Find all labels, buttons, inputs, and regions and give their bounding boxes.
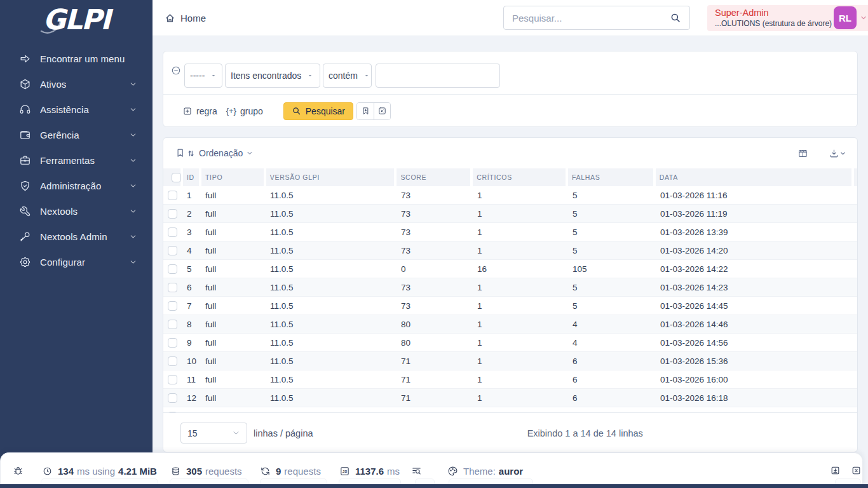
cell: 5 — [569, 223, 654, 241]
row-checkbox[interactable] — [168, 191, 177, 200]
key-icon — [19, 231, 31, 243]
cell: 71 — [397, 389, 471, 407]
cell: 1 — [183, 186, 199, 204]
add-rule-button[interactable]: regra — [182, 106, 217, 116]
sidebar-item-find-menu[interactable]: Encontrar um menu — [0, 46, 153, 71]
close-square-icon[interactable] — [851, 465, 862, 476]
column-header[interactable]: VERSÃO GLPI — [266, 168, 395, 186]
bug-icon[interactable] — [13, 465, 24, 476]
php-time-metric[interactable]: 134ms using4.21 MiB — [42, 465, 157, 477]
bookmark-icon[interactable] — [175, 147, 186, 158]
minus-circle-icon[interactable] — [171, 65, 181, 76]
sidebar-item-assistencia[interactable]: Assistência — [0, 97, 153, 122]
cell: 01-03-2026 14:45 — [656, 297, 853, 315]
row-checkbox[interactable] — [168, 338, 177, 348]
column-header[interactable]: ID — [183, 168, 199, 186]
clock-icon — [42, 466, 53, 477]
pagination-summary: Exibindo 1 a 14 de 14 linhas — [313, 428, 857, 438]
row-checkbox[interactable] — [168, 301, 177, 311]
table-row[interactable]: 1full11.0.5731501-03-2026 11:16 — [163, 186, 857, 205]
row-checkbox[interactable] — [168, 246, 177, 255]
row-checkbox[interactable] — [168, 264, 177, 274]
cell: 1 — [473, 205, 566, 222]
row-checkbox[interactable] — [168, 320, 177, 329]
table-row[interactable] — [163, 407, 857, 412]
download-square-icon[interactable] — [830, 465, 841, 476]
cell: 5 — [569, 241, 654, 259]
table-row[interactable]: 8full11.0.5801401-03-2026 14:46 — [163, 315, 857, 334]
theme-metric[interactable]: Theme:auror — [447, 465, 523, 477]
cell: 11 — [183, 370, 199, 388]
add-group-button[interactable]: {+}grupo — [226, 106, 263, 116]
table-row[interactable]: 11full11.0.5711601-03-2026 16:00 — [163, 370, 857, 389]
glpi-logo[interactable]: GLPI — [0, 0, 153, 39]
search-icon[interactable] — [670, 12, 681, 24]
criteria-operator-select[interactable]: contém — [323, 64, 372, 88]
criteria-item-select[interactable]: Itens encontrados — [225, 64, 320, 88]
sidebar-item-administracao[interactable]: Administração — [0, 173, 153, 198]
sidebar-item-configurar[interactable]: Configurar — [0, 249, 153, 274]
table-row[interactable]: 4full11.0.5731501-03-2026 14:20 — [163, 241, 857, 260]
column-header[interactable]: SCORE — [397, 168, 470, 186]
criteria-field-select[interactable]: ----- — [184, 64, 222, 88]
table-row[interactable]: 5full11.0.501610501-03-2026 14:22 — [163, 260, 857, 278]
sidebar-item-nextools-admin[interactable]: Nextools Admin — [0, 224, 153, 249]
table-row[interactable]: 7full11.0.5731501-03-2026 14:45 — [163, 297, 857, 315]
column-header[interactable]: CRÍTICOS — [473, 168, 566, 186]
page-size-select[interactable]: 15 — [180, 423, 247, 444]
row-checkbox[interactable] — [168, 209, 177, 219]
breadcrumb[interactable]: Home — [164, 0, 206, 36]
column-header[interactable]: FALHAS — [568, 168, 653, 186]
ajax-requests-metric[interactable]: 9requests — [260, 465, 321, 477]
row-checkbox-cell — [163, 389, 180, 407]
cell: 1 — [473, 334, 566, 351]
row-checkbox[interactable] — [168, 283, 177, 292]
js-time-metric[interactable]: JS1137.6ms — [339, 465, 400, 477]
gear-icon — [19, 256, 31, 268]
row-checkbox-cell — [163, 297, 180, 315]
row-checkbox-cell — [163, 407, 180, 412]
search-button[interactable]: Pesquisar — [283, 102, 353, 120]
table-row[interactable]: 12full11.0.5711601-03-2026 16:18 — [163, 389, 857, 407]
sidebar-item-ativos[interactable]: Ativos — [0, 71, 153, 97]
row-checkbox-cell — [163, 315, 180, 333]
table-row[interactable]: 9full11.0.5801401-03-2026 14:56 — [163, 334, 857, 352]
sidebar-item-gerencia[interactable]: Gerência — [0, 122, 153, 147]
cell: 11.0.5 — [266, 297, 395, 315]
row-checkbox[interactable] — [168, 356, 177, 366]
sidebar-item-nextools[interactable]: Nextools — [0, 198, 153, 224]
search-builder-card: ----- Itens encontrados contém regra {+}… — [163, 51, 858, 127]
chevron-down-icon — [129, 182, 137, 190]
cell: full — [201, 241, 264, 259]
home-icon — [164, 12, 176, 24]
cell: 11.0.5 — [266, 334, 395, 351]
results-card: Ordenação IDTIPOVERSÃO GLPISCORECRÍTICOS… — [163, 137, 858, 452]
row-checkbox-cell — [163, 186, 180, 204]
table-row[interactable]: 3full11.0.5731501-03-2026 13:39 — [163, 223, 857, 241]
search-input[interactable] — [503, 6, 690, 30]
table-row[interactable]: 2full11.0.5731501-03-2026 11:19 — [163, 205, 857, 223]
column-header[interactable]: DATA — [656, 168, 851, 186]
row-checkbox[interactable] — [168, 375, 177, 384]
user-menu[interactable]: Super-Admin ...OLUTIONS (estrutura de ár… — [707, 5, 868, 31]
column-header[interactable]: TIPO — [201, 168, 264, 186]
cell: 6 — [183, 278, 199, 296]
bookmark-plus-button[interactable] — [357, 103, 374, 119]
criteria-value-input[interactable] — [376, 64, 500, 88]
sidebar-item-ferramentas[interactable]: Ferramentas — [0, 147, 153, 173]
row-checkbox[interactable] — [168, 393, 177, 403]
columns-icon[interactable] — [797, 148, 808, 159]
table-row[interactable]: 6full11.0.5731501-03-2026 14:23 — [163, 278, 857, 297]
sort-menu[interactable]: Ordenação — [186, 138, 254, 168]
select-all-checkbox[interactable] — [172, 173, 181, 182]
row-checkbox[interactable] — [168, 412, 177, 413]
cell: 8 — [183, 315, 199, 333]
table-row[interactable]: 10full11.0.5711601-03-2026 15:36 — [163, 352, 857, 370]
sql-requests-metric[interactable]: 305requests — [170, 465, 242, 477]
reset-search-button[interactable] — [374, 103, 390, 119]
row-checkbox[interactable] — [168, 227, 177, 237]
row-checkbox-cell — [163, 205, 180, 222]
cell: 01-03-2026 14:46 — [656, 315, 853, 333]
download-icon[interactable] — [829, 148, 846, 159]
list-search-icon[interactable] — [411, 465, 422, 476]
